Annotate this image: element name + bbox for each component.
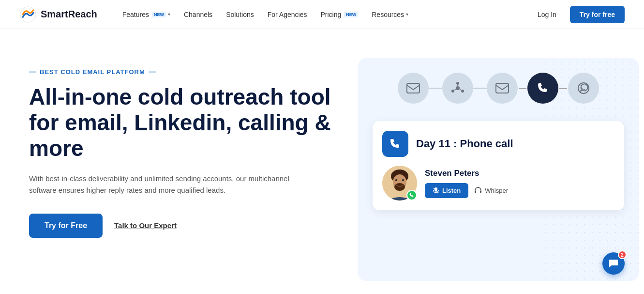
hero-description: With best-in-class deliverability and un… (29, 173, 310, 196)
svg-point-16 (402, 179, 404, 181)
phone-small-icon (409, 193, 414, 198)
hero-left: — BEST COLD EMAIL PLATFORM — All-in-one … (29, 58, 339, 238)
step-email-2 (487, 73, 518, 104)
badge-pricing-new: New (344, 12, 358, 17)
chat-bubble-button[interactable]: 2 (602, 252, 625, 275)
hero-tagline: — BEST COLD EMAIL PLATFORM — (29, 68, 339, 76)
tagline-dash-left: — (29, 68, 36, 76)
nav-label-solutions: Solutions (226, 11, 254, 18)
avatar-wrapper (382, 166, 417, 201)
talk-expert-button[interactable]: Talk to Our Expert (114, 221, 177, 230)
nav-item-pricing[interactable]: Pricing New (315, 7, 364, 22)
nav-links: Features New ▾ Channels Solutions For Ag… (117, 7, 530, 22)
logo-text: SmartReach (41, 9, 97, 20)
logo[interactable]: SmartReach (19, 6, 97, 23)
dash-separator-2: — (559, 84, 567, 93)
logo-icon (19, 6, 37, 23)
step-network (442, 73, 473, 104)
nav-item-agencies[interactable]: For Agencies (262, 7, 313, 22)
mic-icon (433, 187, 439, 194)
headphones-icon (474, 186, 482, 194)
nav-label-channels: Channels (184, 11, 212, 18)
nav-label-features: Features (122, 11, 149, 18)
phone-icon-box (382, 131, 408, 157)
connector-2 (473, 88, 487, 89)
phone-call-header: Day 11 : Phone call (382, 131, 613, 157)
nav-item-solutions[interactable]: Solutions (220, 7, 260, 22)
nav-right: Log In Try for free (530, 6, 625, 23)
agent-row: Steven Peters Listen (382, 166, 613, 201)
nav-item-features[interactable]: Features New ▾ (117, 7, 176, 22)
whisper-label: Whisper (485, 187, 508, 194)
agent-name: Steven Peters (425, 169, 508, 178)
connector-1 (429, 88, 442, 89)
svg-point-3 (456, 82, 459, 85)
nav-item-channels[interactable]: Channels (178, 7, 218, 22)
chevron-features: ▾ (168, 12, 170, 17)
dashboard-card: — — (358, 58, 639, 281)
svg-rect-21 (480, 191, 481, 193)
listen-label: Listen (442, 187, 461, 194)
navbar: SmartReach Features New ▾ Channels Solut… (0, 0, 644, 29)
tagline-dash-right: — (149, 68, 156, 76)
try-free-hero-button[interactable]: Try for Free (29, 214, 103, 238)
hero-actions: Try for Free Talk to Our Expert (29, 214, 339, 238)
phone-call-card: Day 11 : Phone call (373, 121, 624, 210)
tagline-text: BEST COLD EMAIL PLATFORM (40, 68, 145, 76)
svg-point-15 (395, 179, 397, 181)
svg-point-2 (456, 86, 460, 90)
nav-item-resources[interactable]: Resources ▾ (366, 7, 414, 22)
phone-call-title: Day 11 : Phone call (416, 138, 513, 150)
nav-label-resources: Resources (372, 11, 404, 18)
svg-rect-9 (496, 83, 509, 93)
svg-line-7 (460, 89, 461, 90)
svg-point-5 (451, 90, 454, 93)
step-whatsapp (568, 73, 599, 104)
badge-features-new: New (152, 12, 166, 17)
chat-notification-badge: 2 (618, 250, 627, 259)
chat-icon (608, 259, 619, 268)
agent-info: Steven Peters Listen (425, 169, 508, 198)
step-email-1 (398, 73, 429, 104)
try-free-nav-button[interactable]: Try for free (570, 6, 625, 23)
svg-rect-20 (475, 191, 476, 193)
step-phone-active (527, 73, 558, 104)
dash-separator: — (519, 84, 526, 93)
hero-section: — BEST COLD EMAIL PLATFORM — All-in-one … (0, 29, 644, 294)
svg-point-4 (461, 90, 464, 93)
agent-actions: Listen Whisper (425, 183, 508, 198)
phone-icon (389, 138, 402, 150)
svg-line-8 (454, 89, 456, 90)
whisper-button[interactable]: Whisper (474, 186, 508, 194)
hero-title: All-in-one cold outreach tool for email,… (29, 84, 339, 161)
chevron-resources: ▾ (406, 12, 408, 17)
nav-label-pricing: Pricing (320, 11, 341, 18)
svg-rect-1 (407, 83, 419, 93)
login-button[interactable]: Log In (530, 7, 564, 22)
listen-button[interactable]: Listen (425, 183, 468, 198)
sequence-steps: — — (373, 73, 624, 104)
nav-label-agencies: For Agencies (268, 11, 307, 18)
hero-right: — — (358, 58, 639, 281)
call-active-badge (406, 190, 417, 201)
svg-point-14 (394, 183, 405, 191)
